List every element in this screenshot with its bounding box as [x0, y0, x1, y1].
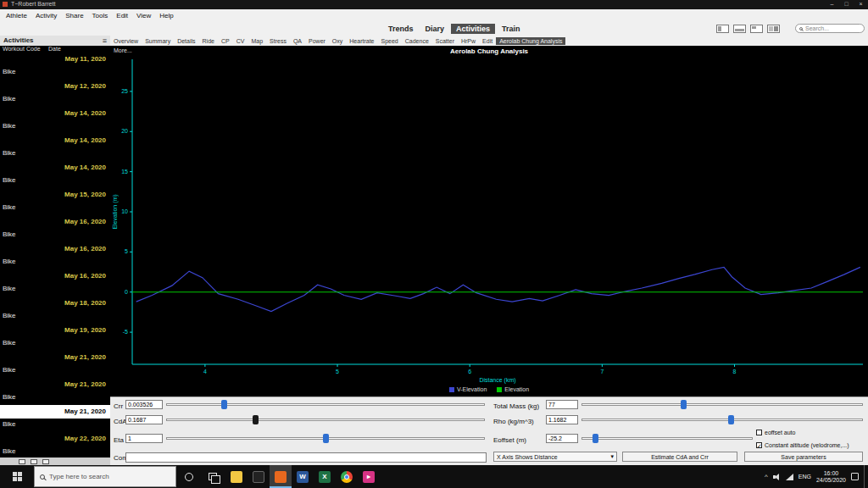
word-icon[interactable]: W	[292, 465, 314, 488]
sidebar-toggle-button[interactable]	[716, 25, 729, 33]
eoffset-slider[interactable]	[581, 434, 753, 443]
notification-icon[interactable]	[851, 473, 859, 480]
clock[interactable]: 16:00 24/05/2020	[816, 470, 846, 484]
x-axis-dropdown[interactable]: X Axis Shows Distance ▾	[493, 452, 617, 462]
activity-row[interactable]: May 16, 2020Bike	[0, 215, 110, 242]
taskbar-search-input[interactable]: Type here to search	[34, 466, 176, 487]
menu-item-view[interactable]: View	[132, 12, 155, 19]
subtab-summary[interactable]: Summary	[142, 37, 174, 45]
activity-row[interactable]: May 14, 2020Bike	[0, 107, 110, 134]
subtab-cv[interactable]: CV	[233, 37, 248, 45]
subtab-hrpw[interactable]: HrPw	[458, 37, 479, 45]
subtab-edit[interactable]: Edit	[479, 37, 496, 45]
total-mass-slider[interactable]	[581, 400, 863, 409]
close-button[interactable]: ×	[854, 0, 868, 9]
file-explorer-icon[interactable]	[225, 465, 248, 488]
speaker-icon[interactable]	[773, 474, 781, 480]
slider-handle[interactable]	[323, 434, 329, 443]
show-desktop-button[interactable]	[864, 465, 866, 488]
crr-slider[interactable]	[166, 400, 485, 409]
rho-slider[interactable]	[581, 415, 863, 424]
menu-item-edit[interactable]: Edit	[112, 12, 132, 19]
subtab-heartrate[interactable]: Heartrate	[346, 37, 377, 45]
save-parameters-button[interactable]: Save parameters	[744, 452, 863, 462]
subtab-speed[interactable]: Speed	[378, 37, 402, 45]
slider-handle[interactable]	[593, 434, 598, 443]
task-view-button[interactable]	[202, 465, 224, 488]
network-icon[interactable]	[786, 474, 793, 480]
activity-row[interactable]: May 21, 2020Bike	[0, 405, 110, 432]
constant-altitude-checkbox[interactable]: ✓ Constant altitude (velodrome,...)	[756, 442, 849, 448]
language-indicator[interactable]: ENG	[798, 474, 811, 480]
excel-icon[interactable]: X	[314, 465, 336, 488]
folder-icon[interactable]	[31, 459, 37, 464]
goldencheetah-icon[interactable]	[270, 465, 292, 488]
cda-slider[interactable]	[166, 415, 485, 424]
activity-row[interactable]: May 16, 2020Bike	[0, 269, 110, 297]
activity-row[interactable]: May 14, 2020Bike	[0, 134, 110, 161]
menu-item-athlete[interactable]: Athlete	[2, 12, 31, 19]
rho-input[interactable]	[546, 415, 578, 424]
subtab-overview[interactable]: Overview	[110, 37, 142, 45]
menu-item-tools[interactable]: Tools	[88, 12, 113, 19]
maximize-button[interactable]: □	[839, 0, 854, 9]
subtab-cp[interactable]: CP	[218, 37, 233, 45]
tab-diary[interactable]: Diary	[420, 24, 450, 34]
eoffset-auto-checkbox[interactable]: eoffset auto	[756, 430, 795, 435]
tab-activities[interactable]: Activities	[451, 24, 495, 34]
subtab-stress[interactable]: Stress	[266, 37, 290, 45]
eoffset-input[interactable]	[546, 434, 578, 443]
subtab-power[interactable]: Power	[305, 37, 329, 45]
activity-row[interactable]: May 14, 2020Bike	[0, 161, 110, 188]
estimate-cda-crr-button[interactable]: Estimate CdA and Crr	[622, 452, 737, 462]
activity-row[interactable]: May 22, 2020Bike	[0, 432, 110, 458]
toolbar-search-input[interactable]: Search...	[795, 24, 865, 33]
minimize-button[interactable]: –	[825, 0, 839, 9]
subtab-details[interactable]: Details	[174, 37, 198, 45]
activity-row[interactable]: May 11, 2020Bike	[0, 53, 110, 80]
subtab-cadence[interactable]: Cadence	[402, 37, 432, 45]
activity-row[interactable]: May 12, 2020Bike	[0, 80, 110, 107]
activity-row[interactable]: May 15, 2020Bike	[0, 188, 110, 215]
subtab-scatter[interactable]: Scatter	[432, 37, 458, 45]
comment-input[interactable]	[125, 452, 487, 463]
activity-date: May 16, 2020	[0, 269, 110, 283]
menu-icon[interactable]: ≡	[103, 36, 107, 46]
chrome-icon[interactable]	[336, 465, 358, 488]
chart-icon[interactable]	[42, 459, 49, 464]
total-mass-input[interactable]	[546, 400, 578, 409]
cortana-button[interactable]	[178, 465, 200, 488]
slider-handle[interactable]	[253, 415, 259, 424]
cda-input[interactable]	[125, 415, 163, 424]
media-player-icon[interactable]: ▸	[358, 465, 380, 488]
subtab-ride[interactable]: Ride	[199, 37, 218, 45]
subtab-oxy[interactable]: Oxy	[329, 37, 346, 45]
activity-row[interactable]: May 21, 2020Bike	[0, 378, 110, 405]
subtab-map[interactable]: Map	[248, 37, 266, 45]
start-button[interactable]	[0, 465, 34, 488]
activity-row[interactable]: May 18, 2020Bike	[0, 297, 110, 324]
calendar-icon[interactable]	[19, 459, 25, 464]
activity-row[interactable]: May 19, 2020Bike	[0, 324, 110, 351]
word-glyph: W	[297, 471, 309, 483]
activity-row[interactable]: May 16, 2020Bike	[0, 242, 110, 269]
tiled-view-button[interactable]	[767, 25, 780, 33]
subtab-aerolab-chung-analysis[interactable]: Aerolab Chung Analysis	[496, 37, 565, 45]
activity-row[interactable]: May 21, 2020Bike	[0, 351, 110, 378]
slider-handle[interactable]	[728, 415, 734, 424]
crr-input[interactable]	[125, 400, 163, 409]
lowbar-toggle-button[interactable]	[733, 25, 746, 33]
slider-handle[interactable]	[681, 400, 687, 409]
eta-input[interactable]	[125, 434, 163, 443]
menu-item-activity[interactable]: Activity	[31, 12, 61, 19]
chevron-up-icon[interactable]: ^	[765, 473, 768, 480]
tab-trends[interactable]: Trends	[383, 24, 419, 34]
tabbed-view-button[interactable]	[750, 25, 763, 33]
tab-train[interactable]: Train	[497, 24, 526, 34]
menu-item-help[interactable]: Help	[155, 12, 177, 19]
menu-item-share[interactable]: Share	[61, 12, 87, 19]
eta-slider[interactable]	[166, 434, 485, 443]
slider-handle[interactable]	[221, 400, 227, 409]
store-icon[interactable]	[248, 465, 270, 488]
subtab-qa[interactable]: QA	[290, 37, 305, 45]
